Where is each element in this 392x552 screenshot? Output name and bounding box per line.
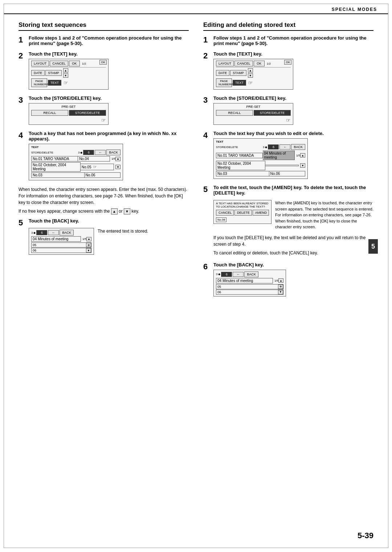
ui-back-arrow-r6[interactable]: ←: [233, 272, 244, 277]
ui-preset-label-l3: PRE-SET: [31, 105, 106, 109]
ui-row2-right-r4[interactable]: [265, 165, 299, 166]
ui-stamp-btn-l2[interactable]: STAMP: [45, 70, 61, 76]
ui-row2-r4: No.02 October, 2004 Meeting ▼: [216, 161, 305, 170]
ui-row3-l4: No.03 No.06: [31, 172, 121, 178]
ui-scroll-dn-l2[interactable]: ▼: [63, 73, 68, 78]
ui-row1-l5[interactable]: 04 Minutes of meeting: [31, 236, 81, 242]
ui-ok-btn-l2[interactable]: OK: [69, 61, 80, 66]
ui-delete-btn-r5[interactable]: DELETE: [234, 210, 252, 216]
ui-scroll-up-l2[interactable]: ▲: [63, 68, 68, 73]
left-step-4-content: Touch a key that has not been programmed…: [29, 131, 189, 183]
ui-row2-right-l4[interactable]: No.05 ☞: [81, 164, 114, 170]
left-step5-area: 3 ◆ 6 ← BACK 04 Minutes of m: [29, 226, 189, 257]
ui-row-sd-r6: 3 ◆ 6 ← BACK: [216, 271, 283, 277]
ui-row3-text-l5[interactable]: 06: [32, 248, 86, 253]
scr-mid-l5[interactable]: ⊕: [86, 243, 91, 247]
ui-recall-btn-r3[interactable]: RECALL: [216, 110, 253, 116]
ui-back-arrow-r4[interactable]: ←: [279, 144, 290, 150]
up-btn[interactable]: ▲: [111, 208, 118, 214]
ui-layout-btn-l2[interactable]: LAYOUT: [31, 61, 49, 66]
ui-scr-up-l4[interactable]: ▲: [115, 157, 121, 161]
ui-back-arrow-l4[interactable]: ←: [95, 150, 106, 155]
right-step-3-label: Touch the [STORE/DELETE] key.: [213, 95, 373, 101]
ui-row1-r6: 04 Minutes of meeting 1/5 ▲: [216, 278, 283, 283]
ui-row2-text-r6[interactable]: 05: [216, 285, 278, 289]
ui-scr-up-r4[interactable]: ▲: [300, 153, 305, 158]
ui-recall-btn-l3[interactable]: RECALL: [31, 110, 68, 116]
main-content: Storing text sequences 1 Follow steps 1 …: [4, 14, 388, 310]
ui-ok-corner-r2: OK: [284, 60, 291, 65]
ui-row1-r6[interactable]: 04 Minutes of meeting: [216, 278, 273, 283]
ui-back-btn-r6[interactable]: BACK: [244, 271, 258, 277]
ui-page-numbering-btn-l2[interactable]: PAGENUMBERING: [31, 78, 47, 87]
pagination-l5: 1/5: [82, 237, 86, 241]
ui-row2-left-l4[interactable]: No.02 October, 2004 Meeting: [31, 162, 81, 172]
ui-page-l4[interactable]: 6: [83, 150, 94, 155]
ui-row3-left-r4[interactable]: No.03: [216, 171, 269, 176]
ui-text-btn-r2[interactable]: TEXT: [233, 80, 246, 86]
left-column: Storing text sequences 1 Follow steps 1 …: [15, 21, 192, 302]
ui-row2-text-l5[interactable]: 05: [32, 243, 86, 247]
ui-row-btns-r5: CANCEL DELETE AMEND: [216, 210, 269, 216]
ui-back-btn-l4[interactable]: BACK: [106, 150, 121, 155]
ui-row3-right-r4[interactable]: No.06: [269, 171, 305, 176]
scr-up-l5[interactable]: ▲: [86, 237, 91, 241]
ui-row3-left-l4[interactable]: No.03: [31, 172, 85, 178]
left-step2-ui: OK LAYOUT CANCEL OK 1/2 DATE: [29, 59, 109, 90]
left-step-5: 5 Touch the [BACK] key. 3 ◆ 6: [19, 218, 189, 257]
ui-back-btn-l5[interactable]: BACK: [60, 230, 74, 236]
ui-date-btn-l2[interactable]: DATE: [31, 70, 45, 76]
ui-scr-dn-r4[interactable]: ▼: [300, 163, 305, 168]
right-step5-side-text: When the [AMEND] key is touched, the cha…: [275, 200, 373, 230]
right-step-4-content: Touch the text key that you wish to edit…: [213, 131, 373, 181]
left-body-text2: If no free keys appear, change screens w…: [19, 208, 189, 214]
ui-cancel-btn-r2[interactable]: CANCEL: [234, 61, 253, 66]
ui-ok-corner-l2: OK: [99, 60, 107, 65]
scr-dn-l5[interactable]: ▼: [86, 248, 91, 253]
left-step-5-content: Touch the [BACK] key. 3 ◆ 6 ←: [29, 218, 189, 257]
ui-page-r6[interactable]: 6: [221, 272, 232, 277]
ui-pagination-l2: 1/2: [82, 62, 86, 65]
ui-page-numbering-btn-r2[interactable]: PAGENUMBERING: [216, 78, 232, 87]
ui-scroll-up-r2[interactable]: ▲: [248, 68, 253, 73]
ui-stamp-btn-r2[interactable]: STAMP: [230, 70, 246, 76]
ui-row1-right-l4[interactable]: No.04: [78, 156, 110, 161]
ui-arrow-r4: ◆: [265, 146, 267, 149]
ui-row-sd-l4: STORE/DELETE 3 ◆ 6 ← BACK: [31, 150, 121, 155]
ui-page-l5[interactable]: 6: [36, 230, 47, 235]
ui-row1-left-l4[interactable]: No.01 TARO YAMADA: [31, 156, 78, 161]
ui-text-btn-l2[interactable]: TEXT: [48, 80, 61, 86]
ui-row1-right-r4[interactable]: 04 Minutes of meeting: [263, 151, 295, 160]
left-step-3-label: Touch the [STORE/DELETE] key.: [29, 95, 189, 101]
ui-row2-left-r4[interactable]: No.02 October, 2004 Meeting: [216, 161, 265, 170]
scr-mid-r6[interactable]: ⊕: [278, 285, 283, 289]
right-step-2-number: 2: [203, 51, 211, 92]
left-step3-ui: PRE-SET RECALL STORE/DELETE ☞: [29, 103, 109, 125]
ui-back-arrow-l5[interactable]: ←: [48, 230, 59, 235]
ui-scroll-r2: ▲ ▼: [248, 68, 253, 78]
ui-ok-btn-r2[interactable]: OK: [254, 61, 265, 66]
ui-row1-r4: No.01 TARO YAMADA 04 Minutes of meeting …: [216, 151, 305, 160]
ui-row3-text-r6[interactable]: 06: [216, 290, 278, 294]
page-number: 5-39: [358, 531, 373, 540]
scr-up-r6[interactable]: ▲: [278, 278, 283, 283]
ui-page-r4[interactable]: 6: [268, 144, 279, 150]
ui-store-delete-btn-r3[interactable]: STORE/DELETE: [254, 110, 291, 116]
ui-num-r4: 3: [263, 146, 264, 149]
down-btn[interactable]: ▼: [124, 208, 130, 214]
ui-amend-btn-r5[interactable]: AMEND: [253, 210, 269, 216]
ui-scroll-dn-r2[interactable]: ▼: [248, 73, 253, 78]
scr-dn-r6[interactable]: ▼: [278, 290, 283, 294]
ui-row3-right-l4[interactable]: No.06: [85, 172, 121, 178]
right-step-5-content: To edit the text, touch the [AMEND] key.…: [213, 185, 373, 258]
right-step-5: 5 To edit the text, touch the [AMEND] ke…: [203, 185, 373, 258]
ui-divider-r2: [216, 67, 291, 68]
ui-cancel-btn-r5[interactable]: CANCEL: [216, 210, 234, 216]
ui-date-btn-r2[interactable]: DATE: [216, 70, 229, 76]
ui-layout-btn-r2[interactable]: LAYOUT: [216, 61, 234, 66]
ui-cancel-btn-l2[interactable]: CANCEL: [50, 61, 68, 66]
ui-back-btn-r4[interactable]: BACK: [291, 144, 305, 150]
ui-store-delete-btn-l3[interactable]: STORE/DELETE: [69, 110, 106, 116]
ui-scr-dn-l4[interactable]: ▼: [115, 165, 121, 169]
ui-row1-left-r4[interactable]: No.01 TARO YAMADA: [216, 153, 263, 158]
